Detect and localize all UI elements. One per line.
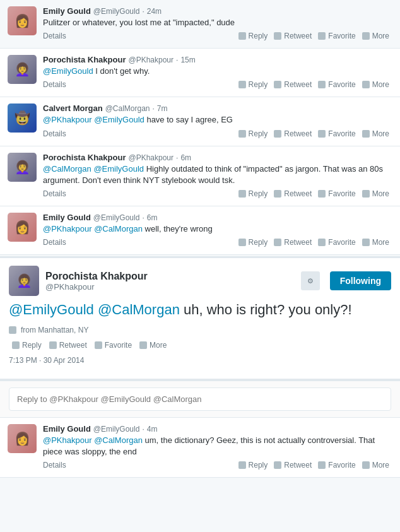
retweet-button[interactable]: Retweet [271, 459, 315, 471]
display-name: Emily Gould [43, 213, 91, 222]
avatar: 👩‍🦱 [8, 55, 37, 84]
favorite-icon [318, 239, 326, 246]
tweet-actions: Details Reply Retweet Favorite More [43, 188, 392, 199]
tweet-time-value: 6m [147, 213, 158, 222]
reply-input[interactable] [9, 387, 391, 411]
reply-button[interactable]: Reply [235, 237, 271, 248]
username: @CalMorgan [105, 104, 150, 113]
tweet-header: Emily Gould @EmilyGould · 24m [43, 6, 392, 16]
avatar: 👩 [8, 424, 37, 453]
featured-timestamp: 7:13 PM · 30 Apr 2014 [9, 356, 391, 365]
tweet-time: · [153, 104, 155, 113]
reply-icon [238, 130, 246, 138]
more-button[interactable]: More [359, 188, 392, 199]
tweet-time-value: 24m [147, 7, 162, 16]
username: @PKhakpour [128, 153, 174, 162]
favorite-button[interactable]: Favorite [315, 30, 358, 42]
retweet-button[interactable]: Retweet [271, 188, 315, 199]
tweet-row: 👩 Emily Gould @EmilyGould · 6m @PKhakpou… [0, 206, 400, 255]
reply-button[interactable]: Reply [235, 188, 271, 199]
avatar: 👩‍🦱 [8, 153, 37, 182]
more-icon [362, 81, 370, 88]
retweet-button[interactable]: Retweet [271, 79, 315, 90]
reply-button[interactable]: Reply [235, 128, 271, 139]
more-button[interactable]: More [359, 30, 392, 42]
details-link[interactable]: Details [43, 461, 66, 470]
display-name: Emily Gould [43, 6, 91, 16]
reply-icon [238, 239, 246, 246]
tweet-content: Emily Gould @EmilyGould · 24m Pulitzer o… [43, 6, 392, 42]
reply-button[interactable]: Reply [235, 79, 271, 90]
reply-button[interactable]: Reply [235, 459, 271, 471]
details-link[interactable]: Details [43, 238, 66, 247]
reply-button[interactable]: Reply [235, 30, 271, 42]
reply-icon [238, 32, 246, 40]
retweet-button[interactable]: Retweet [271, 237, 315, 248]
more-button[interactable]: More [359, 237, 392, 248]
details-link[interactable]: Details [43, 189, 66, 198]
mention: @PKhakpour @CalMorgan [43, 435, 143, 445]
reply-area [0, 381, 400, 418]
tweet-text: @PKhakpour @EmilyGould have to say I agr… [43, 114, 392, 126]
details-link[interactable]: Details [43, 32, 66, 40]
favorite-button[interactable]: Favorite [315, 128, 358, 139]
favorite-button[interactable]: Favorite [315, 237, 358, 248]
display-name: Porochista Khakpour [43, 153, 126, 162]
reply-icon [238, 81, 246, 88]
tweet-content: Porochista Khakpour @PKhakpour · 15m @Em… [43, 55, 392, 90]
mention: @EmilyGould [43, 66, 93, 76]
featured-more-button[interactable]: More [136, 340, 170, 351]
tweet-content: Calvert Morgan @CalMorgan · 7m @PKhakpou… [43, 103, 392, 139]
details-link[interactable]: Details [43, 129, 66, 138]
mention: @PKhakpour @EmilyGould [43, 115, 144, 124]
tweet-actions: Details Reply Retweet Favorite More [43, 30, 392, 42]
featured-username: @PKhakpour [45, 282, 295, 292]
favorite-icon [318, 461, 326, 469]
tweet-header: Porochista Khakpour @PKhakpour · 15m [43, 55, 392, 64]
more-button[interactable]: More [359, 459, 392, 471]
tweet-text: @PKhakpour @CalMorgan well, they're wron… [43, 223, 392, 235]
featured-retweet-button[interactable]: Retweet [46, 340, 90, 351]
username: @EmilyGould [93, 425, 140, 434]
more-button[interactable]: More [359, 128, 392, 139]
favorite-button[interactable]: Favorite [315, 459, 358, 471]
username: @EmilyGould [93, 213, 140, 222]
tweet-row: 🤠 Calvert Morgan @CalMorgan · 7m @PKhakp… [0, 97, 400, 146]
favorite-icon [318, 32, 326, 40]
avatar: 👩 [8, 213, 37, 242]
tweet-time-value: 7m [157, 104, 168, 113]
more-icon [362, 190, 370, 198]
tweet-content: Emily Gould @EmilyGould · 6m @PKhakpour … [43, 213, 392, 248]
favorite-icon [318, 190, 326, 198]
featured-location: from Manhattan, NY [21, 326, 88, 334]
favorite-button[interactable]: Favorite [315, 79, 358, 90]
username: @PKhakpour [128, 56, 174, 64]
tweet-time-value: 4m [147, 425, 158, 434]
tweet-row: 👩 Emily Gould @EmilyGould · 24m Pulitzer… [0, 0, 400, 49]
featured-mention: @EmilyGould @CalMorgan [9, 302, 180, 317]
more-button[interactable]: More [359, 79, 392, 90]
featured-favorite-button[interactable]: Favorite [91, 340, 135, 351]
favorite-icon [95, 341, 102, 349]
featured-avatar: 👩‍🦱 [9, 266, 39, 296]
retweet-icon [274, 190, 281, 198]
tweet-actions: Details Reply Retweet Favorite More [43, 459, 392, 471]
settings-icon-button[interactable]: ⚙ [301, 271, 320, 290]
retweet-button[interactable]: Retweet [271, 128, 315, 139]
retweet-icon [274, 239, 281, 246]
featured-reply-button[interactable]: Reply [9, 340, 45, 351]
following-button[interactable]: Following [330, 271, 391, 290]
featured-tweet-text: @EmilyGould @CalMorgan uh, who is right?… [9, 301, 391, 319]
tweet-text: Pulitzer or whatever, you lost me at "im… [43, 17, 392, 28]
favorite-button[interactable]: Favorite [315, 188, 358, 199]
tweet-header: Porochista Khakpour @PKhakpour · 6m [43, 153, 392, 162]
tweet-text: @PKhakpour @CalMorgan um, the dictionary… [43, 435, 392, 458]
tweet-actions: Details Reply Retweet Favorite More [43, 237, 392, 248]
settings-icon: ⚙ [307, 277, 314, 285]
retweet-button[interactable]: Retweet [271, 30, 315, 42]
details-link[interactable]: Details [43, 80, 66, 89]
tweet-header: Calvert Morgan @CalMorgan · 7m [43, 103, 392, 113]
tweet-text: @EmilyGould I don't get why. [43, 66, 392, 77]
display-name: Calvert Morgan [43, 103, 103, 113]
more-icon [362, 32, 370, 40]
